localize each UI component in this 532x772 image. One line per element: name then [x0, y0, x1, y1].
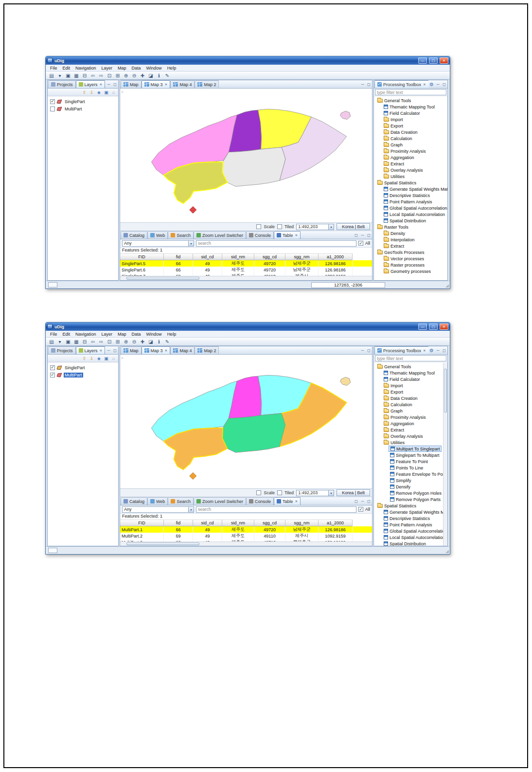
- open-map-icon[interactable]: ▣: [64, 72, 72, 79]
- resize-grip-icon[interactable]: [445, 549, 449, 554]
- close-tab-icon[interactable]: [423, 349, 426, 353]
- toolbox-item[interactable]: Local Spatial Autocorrelation: [382, 534, 446, 540]
- toolbox-item[interactable]: Overlay Analysis: [382, 433, 425, 439]
- save-icon[interactable]: ▦: [72, 72, 80, 79]
- toolbox-item[interactable]: Export: [382, 389, 405, 395]
- toolbox-item[interactable]: Extract: [382, 243, 406, 249]
- column-header[interactable]: sgg_cd: [254, 520, 285, 526]
- toolbox-item[interactable]: Thematic Mapping Tool: [382, 370, 436, 376]
- column-header[interactable]: sgg_cd: [254, 253, 285, 260]
- map-tab[interactable]: Map 4: [170, 80, 195, 88]
- vertical-scrollbar[interactable]: [443, 363, 447, 546]
- menu-item[interactable]: Navigation: [73, 332, 99, 337]
- toolbox-item[interactable]: Data Creation: [382, 395, 419, 401]
- scrollbar-thumb[interactable]: [126, 542, 199, 545]
- toolbox-filter-input[interactable]: [375, 355, 446, 361]
- toolbox-item[interactable]: GeoTools Processes: [376, 249, 426, 255]
- toolbox-item[interactable]: Aggregation: [382, 154, 416, 161]
- toolbox-item[interactable]: Vector processes: [382, 255, 426, 262]
- toolbox-item[interactable]: Feature To Point: [389, 458, 429, 465]
- table-search-input[interactable]: [196, 506, 356, 513]
- minimize-panel-icon[interactable]: [106, 82, 112, 87]
- scrollbar-thumb[interactable]: [126, 277, 199, 280]
- toolbox-item[interactable]: Graph: [382, 408, 404, 414]
- map-tab[interactable]: Map: [121, 80, 142, 88]
- zoom-selection-icon[interactable]: ⊞: [114, 338, 122, 345]
- zoom-out-icon[interactable]: ⊖: [130, 338, 138, 345]
- all-checkbox[interactable]: [358, 241, 363, 246]
- minimize-panel-icon[interactable]: [359, 499, 366, 503]
- maximize-panel-icon[interactable]: [441, 348, 447, 353]
- toolbox-item[interactable]: Import: [382, 382, 405, 389]
- toolbox-item[interactable]: Interpolation: [382, 236, 416, 243]
- column-header[interactable]: a1_2000: [319, 253, 353, 260]
- minimize-panel-icon[interactable]: [359, 233, 366, 237]
- minimize-window-button[interactable]: [418, 57, 427, 64]
- menu-item[interactable]: Layer: [99, 66, 115, 71]
- zoom-extent-icon[interactable]: ⊡: [106, 338, 113, 345]
- table-row[interactable]: SinglePart.5 66 49 제주도 49720 남제주군 126.98…: [120, 260, 372, 267]
- toolbox-item[interactable]: Extract: [382, 427, 406, 433]
- layer-style-icon[interactable]: [103, 356, 109, 361]
- layer-item[interactable]: MultiPart: [48, 371, 118, 378]
- chevron-down-icon[interactable]: [188, 241, 194, 246]
- crs-button[interactable]: Korea | Belt: [337, 223, 370, 230]
- menu-item[interactable]: File: [48, 332, 60, 337]
- toolbox-filter-input[interactable]: [375, 89, 446, 95]
- map-tab[interactable]: Map 4: [170, 346, 195, 354]
- toolbox-item[interactable]: Graph: [382, 142, 404, 148]
- view-menu-icon[interactable]: [353, 233, 359, 237]
- maximize-panel-icon[interactable]: [366, 233, 372, 237]
- tiled-checkbox[interactable]: [277, 224, 282, 229]
- layer-checkbox[interactable]: [50, 107, 55, 111]
- toolbox-item[interactable]: Field Calculator: [382, 376, 422, 382]
- maximize-panel-icon[interactable]: [441, 82, 447, 87]
- toolbox-item[interactable]: Overlay Analysis: [382, 167, 425, 173]
- chevron-down-icon[interactable]: [188, 507, 194, 512]
- open-map-icon[interactable]: ▣: [64, 338, 72, 345]
- layer-checkbox[interactable]: [50, 365, 55, 370]
- draw-icon[interactable]: ✎: [163, 72, 171, 79]
- layer-item[interactable]: SinglePart: [48, 98, 118, 105]
- new-dropdown-icon[interactable]: ▾: [56, 338, 64, 345]
- toolbox-item[interactable]: Utilities: [382, 439, 406, 446]
- bottom-tab[interactable]: Web: [147, 497, 168, 505]
- attribute-filter-combo[interactable]: Any: [122, 506, 194, 513]
- close-tab-icon[interactable]: [295, 500, 298, 503]
- map-tab[interactable]: Map 2: [195, 346, 219, 354]
- zoom-to-layer-icon[interactable]: [96, 356, 102, 361]
- tab-processing-toolbox[interactable]: Processing Toolbox: [374, 80, 428, 88]
- zoom-in-icon[interactable]: ⊕: [122, 72, 130, 79]
- chevron-down-icon[interactable]: [328, 224, 334, 230]
- panel-tab[interactable]: Projects: [48, 346, 76, 354]
- menu-item[interactable]: Help: [165, 332, 179, 337]
- panel-tab[interactable]: Projects: [48, 80, 76, 88]
- toolbox-item[interactable]: Geometry processes: [382, 268, 432, 274]
- menu-item[interactable]: Data: [129, 66, 143, 71]
- select-icon[interactable]: ◪: [147, 72, 155, 79]
- column-header[interactable]: a1_2000: [319, 520, 353, 526]
- select-icon[interactable]: ◪: [147, 338, 155, 345]
- column-header[interactable]: sid_cd: [193, 520, 222, 526]
- close-tab-icon[interactable]: [165, 83, 168, 87]
- maximize-panel-icon[interactable]: [366, 348, 372, 353]
- toolbox-item[interactable]: Remove Polygon Holes: [389, 490, 443, 496]
- column-header[interactable]: sid_nm: [222, 253, 254, 260]
- move-layer-up-icon[interactable]: [81, 90, 88, 95]
- toolbox-item[interactable]: Singlepart To Multipart: [389, 452, 441, 458]
- toolbox-item[interactable]: Data Creation: [382, 129, 419, 135]
- minimize-panel-icon[interactable]: [359, 348, 366, 353]
- toolbox-item[interactable]: Proximity Analysis: [382, 148, 427, 154]
- new-file-icon[interactable]: ▤: [48, 338, 55, 345]
- close-tab-icon[interactable]: [100, 83, 103, 87]
- zoom-to-layer-icon[interactable]: [96, 90, 102, 95]
- close-window-button[interactable]: [440, 323, 448, 330]
- zoom-selection-icon[interactable]: ⊞: [114, 72, 122, 79]
- bottom-tab[interactable]: Console: [246, 231, 274, 239]
- menu-item[interactable]: File: [48, 66, 60, 71]
- gear-icon[interactable]: [428, 82, 435, 87]
- minimize-panel-icon[interactable]: [435, 348, 441, 353]
- menu-item[interactable]: Window: [144, 332, 164, 337]
- scale-combo[interactable]: 1:492,203: [296, 224, 334, 230]
- toolbox-item[interactable]: Spatial Distribution: [382, 540, 427, 546]
